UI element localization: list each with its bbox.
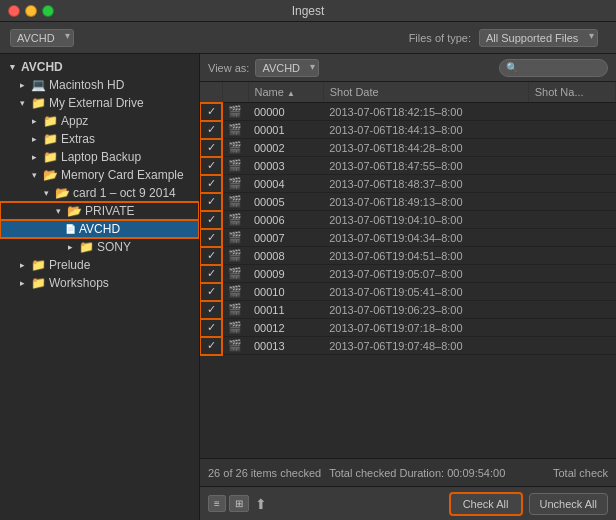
check-cell[interactable]: ✓ <box>200 301 222 319</box>
sidebar-item-macintosh-hd[interactable]: ▸ 💻 Macintosh HD <box>0 76 199 94</box>
file-name-cell[interactable]: 00003 <box>248 157 323 175</box>
chevron-down-icon: ▾ <box>52 205 64 217</box>
shot-name-cell <box>528 301 615 319</box>
sidebar-item-appz[interactable]: ▸ 📁 Appz <box>0 112 199 130</box>
chevron-right-icon: ▸ <box>16 277 28 289</box>
sidebar-item-memory-card-example[interactable]: ▾ 📂 Memory Card Example <box>0 166 199 184</box>
clip-icon: 🎬 <box>228 123 242 135</box>
file-name-cell[interactable]: 00013 <box>248 337 323 355</box>
shot-name-cell <box>528 319 615 337</box>
check-cell[interactable]: ✓ <box>200 157 222 175</box>
file-name-cell[interactable]: 00007 <box>248 229 323 247</box>
table-row: ✓🎬000132013-07-06T19:07:48–8:00 <box>200 337 616 355</box>
sidebar-item-workshops[interactable]: ▸ 📁 Workshops <box>0 274 199 292</box>
sidebar-item-sony[interactable]: ▸ 📁 SONY <box>0 238 199 256</box>
check-cell[interactable]: ✓ <box>200 121 222 139</box>
shot-name-cell <box>528 211 615 229</box>
check-cell[interactable]: ✓ <box>200 283 222 301</box>
file-name-cell[interactable]: 00004 <box>248 175 323 193</box>
clip-icon-cell: 🎬 <box>222 319 248 337</box>
close-button[interactable] <box>8 5 20 17</box>
table-row: ✓🎬000022013-07-06T18:44:28–8:00 <box>200 139 616 157</box>
drive-select[interactable]: AVCHD <box>10 29 74 47</box>
search-input[interactable] <box>521 62 601 74</box>
clip-icon: 🎬 <box>228 213 242 225</box>
main-layout: ▾ AVCHD ▸ 💻 Macintosh HD ▾ 📁 My External… <box>0 54 616 520</box>
check-cell[interactable]: ✓ <box>200 193 222 211</box>
clip-icon: 🎬 <box>228 339 242 351</box>
maximize-button[interactable] <box>42 5 54 17</box>
check-cell[interactable]: ✓ <box>200 265 222 283</box>
view-as-select-wrap[interactable]: AVCHD <box>255 59 319 77</box>
grid-view-button[interactable]: ⊞ <box>229 495 249 512</box>
check-cell[interactable]: ✓ <box>200 337 222 355</box>
check-cell[interactable]: ✓ <box>200 319 222 337</box>
chevron-right-icon: ▸ <box>28 133 40 145</box>
window-controls[interactable] <box>8 5 54 17</box>
chevron-right-icon: ▸ <box>28 151 40 163</box>
check-cell[interactable]: ✓ <box>200 211 222 229</box>
chevron-down-icon: ▾ <box>40 187 52 199</box>
file-name-cell[interactable]: 00002 <box>248 139 323 157</box>
folder-open-icon: 📂 <box>55 186 70 200</box>
sidebar-item-private[interactable]: ▾ 📂 PRIVATE <box>0 202 199 220</box>
sidebar-item-external-drive[interactable]: ▾ 📁 My External Drive <box>0 94 199 112</box>
file-name-cell[interactable]: 00006 <box>248 211 323 229</box>
files-type-select-wrap[interactable]: All Supported Files <box>479 29 598 47</box>
check-cell[interactable]: ✓ <box>200 175 222 193</box>
file-name-cell[interactable]: 00011 <box>248 301 323 319</box>
files-type-select[interactable]: All Supported Files <box>479 29 598 47</box>
minimize-button[interactable] <box>25 5 37 17</box>
shot-name-cell <box>528 121 615 139</box>
col-shot-name[interactable]: Shot Na... <box>528 82 615 103</box>
sidebar-item-card1[interactable]: ▾ 📂 card 1 – oct 9 2014 <box>0 184 199 202</box>
clip-icon-cell: 🎬 <box>222 175 248 193</box>
uncheck-all-button[interactable]: Uncheck All <box>529 493 608 515</box>
sidebar-item-label: Extras <box>61 132 95 146</box>
table-row: ✓🎬000102013-07-06T19:05:41–8:00 <box>200 283 616 301</box>
clip-icon: 🎬 <box>228 105 242 117</box>
sidebar-item-avchd[interactable]: 📄 AVCHD <box>0 220 199 238</box>
clip-icon: 🎬 <box>228 285 242 297</box>
check-cell[interactable]: ✓ <box>200 103 222 121</box>
check-cell[interactable]: ✓ <box>200 229 222 247</box>
file-name-cell[interactable]: 00010 <box>248 283 323 301</box>
check-cell[interactable]: ✓ <box>200 139 222 157</box>
file-name-cell[interactable]: 00000 <box>248 103 323 121</box>
shot-name-cell <box>528 193 615 211</box>
file-name-cell[interactable]: 00005 <box>248 193 323 211</box>
file-name-cell[interactable]: 00008 <box>248 247 323 265</box>
document-icon: 📄 <box>64 223 76 235</box>
sidebar-item-laptop-backup[interactable]: ▸ 📁 Laptop Backup <box>0 148 199 166</box>
check-cell[interactable]: ✓ <box>200 247 222 265</box>
file-table-body: ✓🎬000002013-07-06T18:42:15–8:00✓🎬0000120… <box>200 103 616 355</box>
shot-date-cell: 2013-07-06T19:05:07–8:00 <box>323 265 528 283</box>
sidebar-item-extras[interactable]: ▸ 📁 Extras <box>0 130 199 148</box>
file-name-cell[interactable]: 00001 <box>248 121 323 139</box>
clip-icon-cell: 🎬 <box>222 283 248 301</box>
clip-icon: 🎬 <box>228 267 242 279</box>
folder-icon: 📁 <box>43 132 58 146</box>
sidebar-item-label: AVCHD <box>79 222 120 236</box>
sidebar-item-prelude[interactable]: ▸ 📁 Prelude <box>0 256 199 274</box>
col-shot-date[interactable]: Shot Date <box>323 82 528 103</box>
drive-select-wrap[interactable]: AVCHD <box>10 29 74 47</box>
bottombar: ≡ ⊞ ⬆ Check All Uncheck All <box>200 486 616 520</box>
table-row: ✓🎬000032013-07-06T18:47:55–8:00 <box>200 157 616 175</box>
chevron-right-icon: ▸ <box>16 79 28 91</box>
shot-date-cell: 2013-07-06T18:44:28–8:00 <box>323 139 528 157</box>
file-name-cell[interactable]: 00009 <box>248 265 323 283</box>
col-name[interactable]: Name ▲ <box>248 82 323 103</box>
file-name-cell[interactable]: 00012 <box>248 319 323 337</box>
list-view-button[interactable]: ≡ <box>208 495 226 512</box>
drive-name: AVCHD <box>21 60 63 74</box>
check-all-button[interactable]: Check All <box>449 492 523 516</box>
view-as-select[interactable]: AVCHD <box>255 59 319 77</box>
shot-name-cell <box>528 337 615 355</box>
shot-name-cell <box>528 265 615 283</box>
search-box[interactable]: 🔍 <box>499 59 608 77</box>
shot-date-cell: 2013-07-06T18:47:55–8:00 <box>323 157 528 175</box>
clip-icon: 🎬 <box>228 249 242 261</box>
table-row: ✓🎬000052013-07-06T18:49:13–8:00 <box>200 193 616 211</box>
col-check <box>200 82 222 103</box>
